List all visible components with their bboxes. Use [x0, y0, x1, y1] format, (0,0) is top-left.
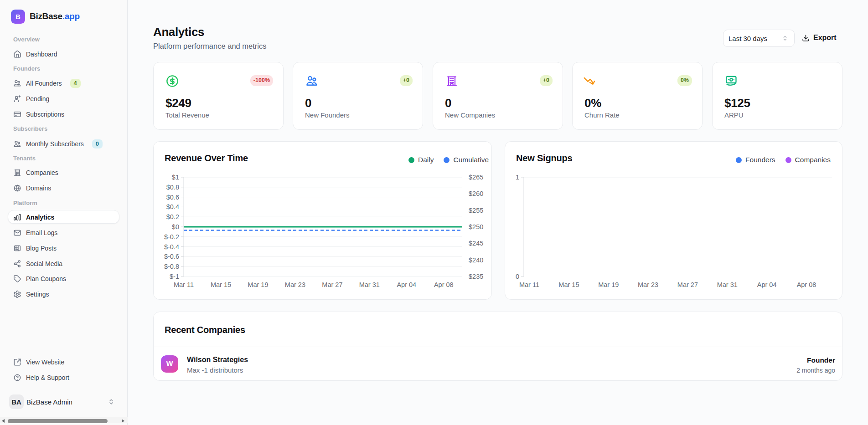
svg-text:Mar 11: Mar 11 [519, 281, 539, 288]
svg-text:1: 1 [516, 174, 519, 181]
svg-text:$0.6: $0.6 [166, 194, 179, 201]
svg-text:Apr 04: Apr 04 [757, 281, 777, 288]
svg-text:$260: $260 [469, 190, 483, 197]
svg-text:Mar 23: Mar 23 [638, 281, 658, 288]
svg-text:Apr 08: Apr 08 [797, 281, 816, 288]
svg-text:$-0.4: $-0.4 [164, 243, 179, 251]
svg-text:Mar 23: Mar 23 [285, 281, 305, 288]
svg-text:$-0.2: $-0.2 [164, 233, 179, 241]
svg-text:Mar 15: Mar 15 [558, 281, 579, 288]
svg-text:Apr 08: Apr 08 [434, 281, 454, 288]
svg-text:Mar 31: Mar 31 [717, 281, 738, 288]
svg-text:Mar 19: Mar 19 [598, 281, 619, 288]
svg-text:$-1: $-1 [170, 273, 179, 280]
svg-text:Apr 04: Apr 04 [397, 281, 416, 288]
svg-text:Mar 27: Mar 27 [322, 281, 342, 288]
svg-text:Mar 11: Mar 11 [174, 281, 194, 288]
svg-text:$265: $265 [469, 174, 483, 181]
svg-text:$0: $0 [172, 223, 179, 230]
svg-text:$1: $1 [172, 174, 179, 181]
svg-text:$-0.8: $-0.8 [164, 263, 179, 270]
svg-text:0: 0 [516, 273, 519, 280]
svg-text:$255: $255 [469, 207, 483, 214]
svg-text:$240: $240 [469, 256, 483, 264]
svg-text:$0.4: $0.4 [166, 203, 179, 210]
svg-text:$250: $250 [469, 223, 483, 230]
svg-text:Mar 31: Mar 31 [359, 281, 380, 288]
svg-text:Mar 15: Mar 15 [211, 281, 231, 288]
svg-text:$235: $235 [469, 273, 483, 280]
svg-text:$0.8: $0.8 [166, 184, 179, 191]
svg-text:$245: $245 [469, 240, 483, 247]
svg-text:Mar 19: Mar 19 [248, 281, 268, 288]
svg-text:$-0.6: $-0.6 [164, 253, 179, 260]
svg-text:Mar 27: Mar 27 [677, 281, 698, 288]
svg-text:$0.2: $0.2 [166, 213, 179, 220]
